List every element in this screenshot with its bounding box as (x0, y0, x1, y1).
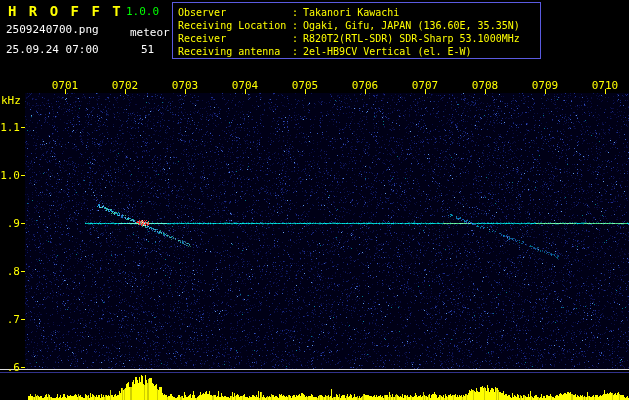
y-tick-label: .9 (0, 217, 20, 230)
x-tick-label: 0705 (291, 79, 319, 92)
info-row: Observer:Takanori Kawachi (178, 6, 540, 19)
info-row: Receiving Location:Ogaki, Gifu, JAPAN (1… (178, 19, 540, 32)
info-value: 2el-HB9CV Vertical (el. E-W) (303, 46, 472, 57)
info-label: Observer (178, 6, 292, 19)
info-value: Ogaki, Gifu, JAPAN (136.60E, 35.35N) (303, 20, 520, 31)
info-row: Receiving antenna:2el-HB9CV Vertical (el… (178, 45, 540, 58)
y-tick-label: .6 (0, 361, 20, 374)
hrofft-output-image: H R O F F T 1.0.0 2509240700.png meteor … (0, 0, 629, 400)
info-row: Receiver:R820T2(RTL-SDR) SDR-Sharp 53.10… (178, 32, 540, 45)
info-label: Receiving Location (178, 19, 292, 32)
spectrogram-canvas (0, 0, 629, 400)
meteor-count: 51 (141, 43, 154, 56)
x-tick-label: 0709 (531, 79, 559, 92)
x-tick-label: 0704 (231, 79, 259, 92)
y-tick-label: .7 (0, 313, 20, 326)
y-tick-label: .8 (0, 265, 20, 278)
y-axis-unit: kHz (1, 94, 21, 107)
info-label: Receiving antenna (178, 45, 292, 58)
info-separator: : (292, 19, 303, 32)
y-tick-label: 1.0 (0, 169, 20, 182)
timestamp-label: 25.09.24 07:00 (6, 43, 99, 56)
x-tick-label: 0708 (471, 79, 499, 92)
info-value: Takanori Kawachi (303, 7, 399, 18)
info-value: R820T2(RTL-SDR) SDR-Sharp 53.1000MHz (303, 33, 520, 44)
info-separator: : (292, 45, 303, 58)
x-tick-label: 0706 (351, 79, 379, 92)
info-separator: : (292, 6, 303, 19)
output-filename: 2509240700.png (6, 23, 99, 36)
mode-label: meteor (130, 26, 170, 39)
x-tick-label: 0710 (591, 79, 619, 92)
app-version: 1.0.0 (126, 5, 159, 18)
y-tick-label: 1.1 (0, 121, 20, 134)
x-tick-label: 0703 (171, 79, 199, 92)
x-tick-label: 0702 (111, 79, 139, 92)
info-label: Receiver (178, 32, 292, 45)
observation-info-box: Observer:Takanori Kawachi Receiving Loca… (172, 2, 541, 59)
info-separator: : (292, 32, 303, 45)
x-tick-label: 0707 (411, 79, 439, 92)
app-title: H R O F F T (8, 3, 123, 19)
x-tick-label: 0701 (51, 79, 79, 92)
